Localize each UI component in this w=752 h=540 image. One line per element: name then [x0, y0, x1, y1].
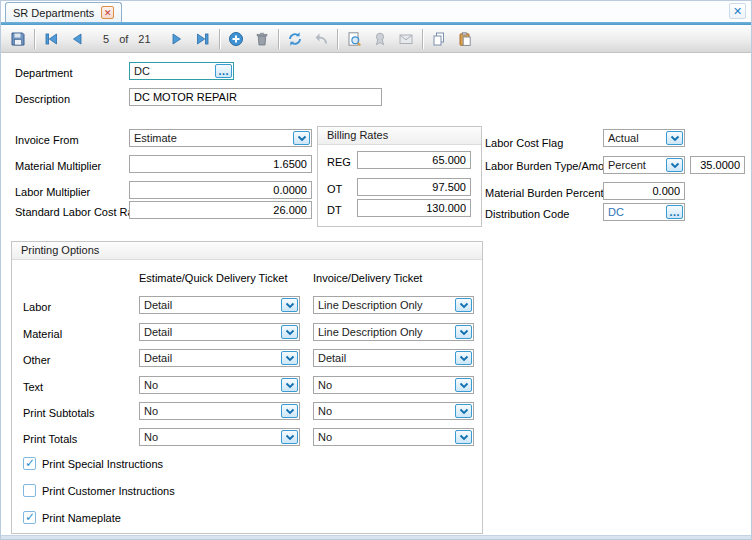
next-record-button[interactable] [164, 27, 190, 51]
print-nameplate-label: Print Nameplate [42, 512, 121, 524]
badge-icon [372, 31, 388, 47]
tab-sr-departments[interactable]: SR Departments ✕ [5, 2, 122, 22]
labor-invoice-value: Line Description Only [318, 299, 423, 311]
print-subtotals-invoice-combo[interactable]: No [313, 402, 474, 420]
email-button[interactable] [393, 27, 419, 51]
paste-button[interactable] [452, 27, 478, 51]
refresh-button[interactable] [282, 27, 308, 51]
attachments-button[interactable] [367, 27, 393, 51]
print-subtotals-estimate-value: No [144, 405, 158, 417]
copy-button[interactable] [426, 27, 452, 51]
ellipsis-icon: … [669, 208, 680, 216]
chevron-down-icon[interactable] [281, 378, 298, 392]
other-invoice-value: Detail [318, 352, 346, 364]
chevron-down-icon[interactable] [666, 131, 683, 145]
chevron-down-icon[interactable] [455, 404, 472, 418]
undo-button[interactable] [308, 27, 334, 51]
window-bottom-edge [1, 535, 751, 539]
standard-labor-cost-rate-input[interactable] [129, 201, 312, 219]
standard-labor-cost-rate-label: Standard Labor Cost Rate [15, 206, 143, 218]
next-record-icon [169, 31, 185, 47]
labor-burden-amount-input[interactable] [690, 156, 745, 174]
labor-multiplier-input[interactable] [129, 181, 312, 199]
add-record-button[interactable] [223, 27, 249, 51]
invoice-from-combo[interactable]: Estimate [129, 129, 312, 147]
billing-dt-input[interactable] [357, 199, 471, 217]
department-field[interactable]: DC … [129, 62, 234, 80]
chevron-down-icon[interactable] [666, 158, 683, 172]
material-invoice-combo[interactable]: Line Description Only [313, 323, 474, 341]
print-special-instructions-checkbox[interactable] [23, 457, 36, 470]
toolbar-separator [219, 29, 220, 49]
chevron-down-icon[interactable] [281, 325, 298, 339]
record-number: 5 [103, 33, 109, 45]
material-estimate-value: Detail [144, 326, 172, 338]
other-estimate-combo[interactable]: Detail [139, 349, 300, 367]
chevron-down-icon[interactable] [281, 298, 298, 312]
toolbar-separator [34, 29, 35, 49]
print-nameplate-checkbox[interactable] [23, 511, 36, 524]
first-record-button[interactable] [38, 27, 64, 51]
labor-invoice-combo[interactable]: Line Description Only [313, 296, 474, 314]
chevron-down-icon[interactable] [293, 131, 310, 145]
trash-icon [254, 31, 270, 47]
billing-ot-input[interactable] [357, 178, 471, 196]
print-special-instructions-label: Print Special Instructions [42, 458, 163, 470]
labor-estimate-value: Detail [144, 299, 172, 311]
print-totals-estimate-combo[interactable]: No [139, 428, 300, 446]
material-multiplier-input[interactable] [129, 155, 312, 173]
refresh-icon [287, 31, 303, 47]
text-estimate-combo[interactable]: No [139, 376, 300, 394]
department-lookup-button[interactable]: … [215, 64, 232, 78]
material-estimate-combo[interactable]: Detail [139, 323, 300, 341]
printing-row-label-material: Material [23, 328, 62, 340]
material-burden-percent-input[interactable] [603, 182, 685, 200]
tab-close-icon[interactable]: ✕ [101, 6, 114, 19]
labor-burden-type-value: Percent [608, 159, 646, 171]
billing-reg-label: REG [327, 156, 351, 168]
print-subtotals-estimate-combo[interactable]: No [139, 402, 300, 420]
chevron-down-icon[interactable] [281, 430, 298, 444]
labor-estimate-combo[interactable]: Detail [139, 296, 300, 314]
labor-cost-flag-value: Actual [608, 132, 639, 144]
invoice-from-label: Invoice From [15, 134, 79, 146]
save-icon [10, 31, 26, 47]
text-invoice-combo[interactable]: No [313, 376, 474, 394]
print-totals-estimate-value: No [144, 431, 158, 443]
print-customer-instructions-checkbox[interactable] [23, 484, 36, 497]
billing-dt-label: DT [327, 204, 342, 216]
delete-record-button[interactable] [249, 27, 275, 51]
other-invoice-combo[interactable]: Detail [313, 349, 474, 367]
last-record-button[interactable] [190, 27, 216, 51]
labor-multiplier-label: Labor Multiplier [15, 186, 90, 198]
chevron-down-icon[interactable] [281, 351, 298, 365]
distribution-code-label: Distribution Code [485, 208, 569, 220]
description-input[interactable] [129, 88, 382, 106]
printing-row-label-print-subtotals: Print Subtotals [23, 407, 95, 419]
print-totals-invoice-combo[interactable]: No [313, 428, 474, 446]
previous-record-button[interactable] [64, 27, 90, 51]
chevron-down-icon[interactable] [455, 325, 472, 339]
department-label: Department [15, 67, 72, 79]
preview-button[interactable] [341, 27, 367, 51]
save-button[interactable] [5, 27, 31, 51]
material-multiplier-label: Material Multiplier [15, 160, 101, 172]
print-totals-invoice-value: No [318, 431, 332, 443]
labor-burden-type-combo[interactable]: Percent [603, 156, 685, 174]
chevron-down-icon[interactable] [455, 351, 472, 365]
chevron-down-icon[interactable] [455, 378, 472, 392]
labor-cost-flag-label: Labor Cost Flag [485, 137, 563, 149]
distribution-code-field[interactable]: DC … [603, 203, 685, 221]
tabstrip-close-icon[interactable]: ✕ [729, 3, 746, 19]
distribution-code-lookup-button[interactable]: … [666, 205, 683, 219]
first-record-icon [43, 31, 59, 47]
chevron-down-icon[interactable] [455, 430, 472, 444]
billing-reg-input[interactable] [357, 151, 471, 169]
print-subtotals-invoice-value: No [318, 405, 332, 417]
material-invoice-value: Line Description Only [318, 326, 423, 338]
previous-record-icon [69, 31, 85, 47]
toolbar-separator [422, 29, 423, 49]
labor-cost-flag-combo[interactable]: Actual [603, 129, 685, 147]
chevron-down-icon[interactable] [281, 404, 298, 418]
chevron-down-icon[interactable] [455, 298, 472, 312]
